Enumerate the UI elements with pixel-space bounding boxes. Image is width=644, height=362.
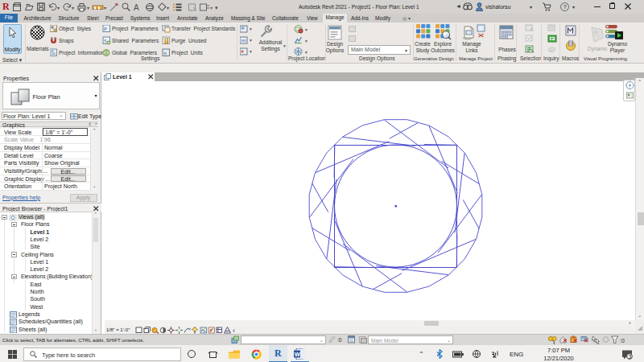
svg-text:Project Parameters: Project Parameters [112, 26, 159, 32]
svg-text:▾: ▾ [305, 39, 308, 43]
svg-text:▾: ▾ [167, 6, 169, 10]
svg-text:P: P [104, 26, 107, 32]
svg-text::0: :0 [620, 338, 625, 343]
svg-text:▾: ▾ [305, 50, 308, 55]
svg-text:▾: ▾ [250, 49, 252, 54]
svg-text:Purge Unused: Purge Unused [171, 38, 207, 44]
svg-text:Global Parameters: Global Parameters [112, 50, 158, 56]
svg-text:▾: ▾ [87, 6, 89, 10]
svg-text:▾: ▾ [305, 27, 308, 32]
svg-text:Transfer Project Standards: Transfer Project Standards [171, 26, 236, 32]
svg-text:Project Information: Project Information [59, 50, 105, 56]
svg-text:▾: ▾ [72, 6, 74, 10]
svg-text:▾: ▾ [215, 5, 218, 10]
svg-text:Shared Parameters: Shared Parameters [112, 38, 159, 43]
svg-text:S: S [104, 38, 107, 44]
svg-text:Snaps: Snaps [59, 38, 74, 44]
svg-text:▾: ▾ [104, 6, 106, 10]
svg-text:▾: ▾ [210, 6, 213, 10]
svg-text:▾: ▾ [250, 27, 252, 31]
svg-text:W: W [295, 351, 301, 358]
svg-text:▾: ▾ [57, 6, 60, 10]
svg-text:3: 3 [629, 354, 632, 360]
svg-text:Project Units: Project Units [171, 50, 203, 56]
svg-text:▾: ▾ [250, 38, 252, 43]
svg-text:A: A [134, 3, 139, 12]
svg-text:Object Styles: Object Styles [59, 26, 92, 32]
